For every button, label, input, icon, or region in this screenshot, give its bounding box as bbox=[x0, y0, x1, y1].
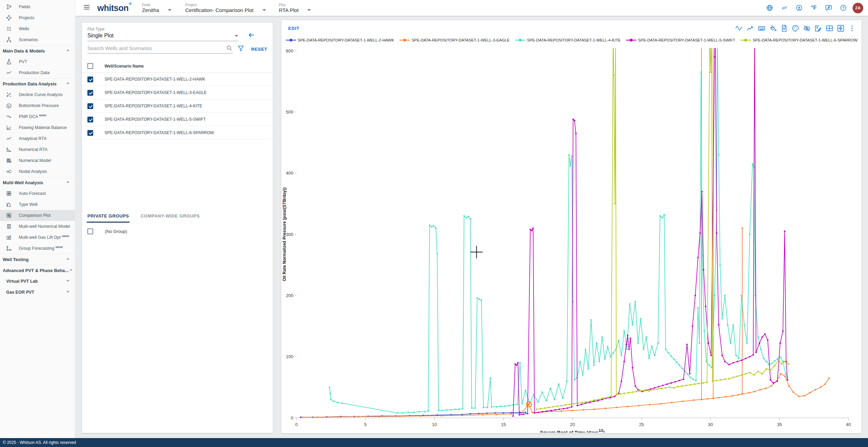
expand-icon[interactable] bbox=[837, 24, 845, 32]
download-icon[interactable] bbox=[795, 4, 803, 12]
collapse-panel-button[interactable] bbox=[247, 31, 255, 40]
sidebar-section-main-data-models[interactable]: Main Data & Models bbox=[0, 45, 75, 56]
sidebar-item-numerical-model[interactable]: Numerical Model bbox=[0, 155, 75, 166]
link-icon[interactable] bbox=[781, 4, 788, 12]
well-checkbox[interactable] bbox=[87, 130, 93, 136]
sidebar-section-multi-well-analysis[interactable]: Multi-Well Analysis bbox=[0, 177, 75, 188]
sidebar-subsection-gas-eor-pvt[interactable]: Gas EOR PVT bbox=[0, 287, 75, 298]
plot-canvas[interactable]: 05101520253035400100200300400500600Squar… bbox=[281, 48, 861, 433]
table-row[interactable]: SPE-DATA-REPOSITORY-DATASET-1-WELL-2-HAW… bbox=[82, 73, 273, 86]
gaslift-icon bbox=[6, 234, 12, 240]
search-wells-field[interactable] bbox=[87, 45, 233, 54]
sidebar-item-pvt[interactable]: PVT bbox=[0, 56, 75, 67]
sidebar-item-group-forecasting[interactable]: Group Forecasting NEW! bbox=[0, 243, 75, 254]
keyboard-icon[interactable] bbox=[758, 24, 766, 32]
sidebar-item-scenarios[interactable]: Scenarios bbox=[0, 34, 75, 45]
reset-button[interactable]: RESET bbox=[251, 47, 267, 52]
well-checkbox[interactable] bbox=[87, 103, 93, 109]
trend-line-icon[interactable] bbox=[746, 24, 754, 32]
fahrenheit-icon[interactable]: °F bbox=[810, 4, 818, 12]
table-row[interactable]: SPE-DATA-REPOSITORY-DATASET-1-WELL-5-SWI… bbox=[82, 113, 273, 126]
tab-private-groups[interactable]: PRIVATE GROUPS bbox=[87, 211, 130, 223]
grid4-icon bbox=[6, 190, 12, 197]
legend-item[interactable]: SPE-DATA-REPOSITORY-DATASET-1-WELL-6-SPA… bbox=[740, 38, 857, 42]
numerical-rta-icon bbox=[6, 146, 12, 153]
sidebar-section-advanced-pvt-phase-beha[interactable]: Advanced PVT & Phase Beha... bbox=[0, 265, 75, 276]
chevron-up-icon bbox=[65, 81, 70, 87]
sidebar-item-type-well[interactable]: Type Well bbox=[0, 199, 75, 210]
no-group-row[interactable]: (No Group) bbox=[87, 228, 127, 234]
sidebar-item-wells[interactable]: Wells bbox=[0, 23, 75, 34]
legend-item[interactable]: SPE-DATA-REPOSITORY-DATASET-1-WELL-4-KIT… bbox=[515, 38, 621, 42]
svg-text:600: 600 bbox=[286, 48, 293, 54]
sidebar-section-production-data-analysis[interactable]: Production Data Analysis bbox=[0, 78, 75, 89]
svg-text:20: 20 bbox=[570, 422, 575, 427]
sidebar-item-projects[interactable]: Projects bbox=[0, 12, 75, 23]
well-checkbox[interactable] bbox=[87, 90, 93, 96]
app-header: whitson+ Field Zenitha Project Certifica… bbox=[75, 0, 868, 16]
help-icon[interactable]: ? bbox=[840, 4, 847, 12]
plot-type-select[interactable]: Plot Type Single Plot bbox=[87, 27, 238, 41]
palette-icon[interactable] bbox=[792, 24, 799, 32]
well-checkbox[interactable] bbox=[87, 117, 93, 122]
tab-company-wide-groups[interactable]: COMPANY-WIDE GROUPS bbox=[140, 211, 200, 223]
sidebar-item-bottomhole-pressure[interactable]: Bottomhole Pressure bbox=[0, 100, 75, 111]
user-avatar[interactable]: ZA bbox=[853, 3, 863, 13]
select-all-checkbox[interactable] bbox=[87, 63, 93, 69]
svg-text:100: 100 bbox=[286, 354, 293, 359]
plot-select[interactable]: Plot RTA Plot bbox=[279, 3, 311, 13]
fill-color-icon[interactable] bbox=[769, 24, 777, 32]
chevron-down-icon bbox=[235, 35, 238, 37]
svg-text:300: 300 bbox=[286, 232, 293, 237]
field-select[interactable]: Field Zenitha bbox=[142, 3, 171, 13]
menu-icon[interactable] bbox=[83, 3, 90, 12]
sidebar-item-auto-forecast[interactable]: Auto-Forecast bbox=[0, 188, 75, 199]
well-checkbox[interactable] bbox=[87, 77, 93, 82]
chevron-down-icon bbox=[168, 9, 171, 11]
edit-plot-button[interactable]: EDIT bbox=[288, 26, 299, 31]
sidebar-item-multi-well-numerical-model[interactable]: Multi-well Numerical Model bbox=[0, 221, 75, 232]
file-icon[interactable] bbox=[780, 24, 788, 32]
plot-label: Plot bbox=[279, 3, 311, 7]
table-row[interactable]: SPE-DATA-REPOSITORY-DATASET-1-WELL-6-SPA… bbox=[82, 126, 273, 140]
sidebar-item-decline-curve-analysis[interactable]: Decline Curve Analysis bbox=[0, 89, 75, 100]
sidebar-item-numerical-rta[interactable]: Numerical RTA bbox=[0, 144, 75, 155]
hide-traces-icon[interactable] bbox=[803, 24, 811, 32]
footer: © 2025 - Whitson AS. All rights reserved bbox=[0, 438, 868, 447]
trend-icon bbox=[6, 136, 12, 142]
wells-panel: Plot Type Single Plot RESET Well/Scenari… bbox=[82, 23, 273, 433]
comparison-icon bbox=[6, 212, 12, 219]
legend-item[interactable]: SPE-DATA-REPOSITORY-DATASET-1-WELL-3-EAG… bbox=[399, 38, 510, 42]
sidebar-section-well-testing[interactable]: Well Testing bbox=[0, 254, 75, 265]
table-row[interactable]: SPE-DATA-REPOSITORY-DATASET-1-WELL-3-EAG… bbox=[82, 86, 273, 99]
globe-icon[interactable] bbox=[766, 4, 773, 12]
sidebar-item-flowing-material-balance[interactable]: Flowing Material Balance bbox=[0, 122, 75, 133]
gauge-icon bbox=[6, 103, 12, 109]
table-row[interactable]: SPE-DATA-REPOSITORY-DATASET-1-WELL-4-KIT… bbox=[82, 99, 273, 113]
sidebar-item-fields[interactable]: Fields bbox=[0, 1, 75, 12]
sidebar-subsection-virtual-pvt-lab[interactable]: Virtual PVT Lab bbox=[0, 276, 75, 287]
sidebar-item-nodal-analysis[interactable]: Nodal Analysis bbox=[0, 166, 75, 177]
sidebar-item-pnr-dca[interactable]: PNR DCA NEW! bbox=[0, 111, 75, 122]
svg-text:35: 35 bbox=[777, 422, 782, 427]
sidebar-item-comparison-plot[interactable]: Comparison Plot bbox=[0, 210, 75, 221]
no-group-checkbox[interactable] bbox=[87, 228, 93, 234]
groups-tabs: PRIVATE GROUPSCOMPANY-WIDE GROUPS bbox=[87, 211, 200, 223]
more-options-icon[interactable] bbox=[848, 24, 856, 32]
line-smooth-icon[interactable] bbox=[735, 24, 743, 32]
legend-item[interactable]: SPE-DATA-REPOSITORY-DATASET-1-WELL-5-SWI… bbox=[626, 38, 735, 42]
filter-icon[interactable] bbox=[237, 45, 244, 53]
sidebar-item-analytical-rta[interactable]: Analytical RTA bbox=[0, 133, 75, 144]
feedback-icon[interactable] bbox=[825, 4, 832, 12]
svg-text:Square Root of Time (days1/2): Square Root of Time (days1/2) bbox=[540, 429, 605, 433]
sidebar-item-multi-well-gas-lift-opt[interactable]: Multi-well Gas Lift Opt NEW! bbox=[0, 232, 75, 243]
decline-curve-icon bbox=[6, 92, 12, 98]
table-view-icon[interactable] bbox=[826, 24, 833, 32]
plot-type-label: Plot Type bbox=[87, 27, 238, 32]
whitson-logo[interactable]: whitson+ bbox=[97, 3, 132, 13]
edit-plot-icon[interactable] bbox=[814, 24, 822, 32]
search-input[interactable] bbox=[87, 45, 226, 51]
legend-item[interactable]: SPE-DATA-REPOSITORY-DATASET-1-WELL-2-HAW… bbox=[285, 38, 394, 42]
sidebar-item-production-data[interactable]: Production Data bbox=[0, 67, 75, 78]
project-select[interactable]: Project Certification- Comparison Plot bbox=[185, 3, 266, 13]
